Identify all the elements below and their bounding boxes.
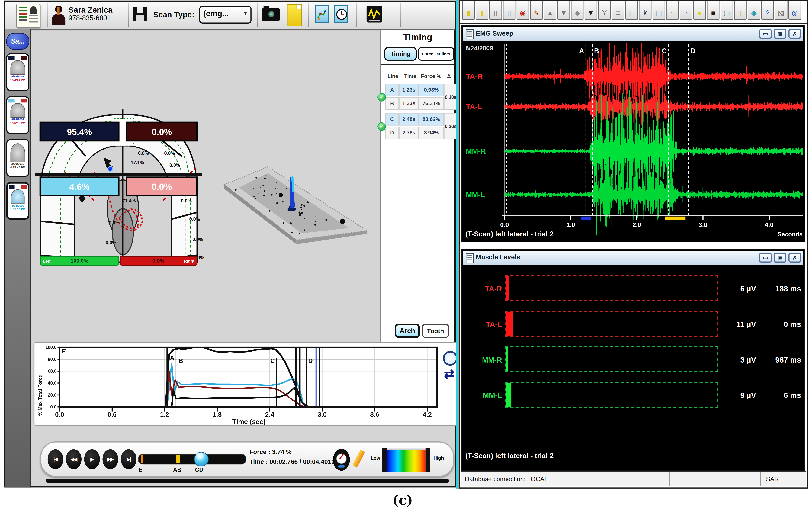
emg-toolbar-button-13[interactable]: ▦ [626, 1, 638, 20]
emg-toolbar-button-19[interactable]: ■ [707, 1, 720, 20]
emg-toolbar-button-6[interactable]: ✎ [530, 1, 543, 20]
emg-toolbar-button-5[interactable]: ◉ [517, 1, 529, 20]
emg-toolbar-button-25[interactable]: ◎ [788, 1, 801, 20]
emg-toolbar-button-1[interactable]: ▮ [462, 1, 475, 20]
chart-icon[interactable] [315, 5, 329, 23]
emg-toolbar-button-15[interactable]: ▤ [652, 1, 665, 20]
svg-text:3.6: 3.6 [370, 411, 379, 418]
emg-sweep-titlebar[interactable]: EMG Sweep ▭ ▣ ✗ [463, 27, 803, 41]
minimize-button[interactable]: ▭ [759, 253, 772, 262]
timing-col-time: Time [404, 73, 416, 79]
tab-force-outliers[interactable]: Force Outliers [418, 47, 454, 61]
force-graph-panel: 0.020.040.060.080.0100.00.00.61.21.82.43… [33, 342, 458, 426]
scan-type-dropdown[interactable]: (emg... ▼ [199, 6, 252, 24]
slider-thumb[interactable] [194, 452, 209, 467]
arch-force-view[interactable]: 95.4%0.0%4.6%0.0%0.8%0.0%17.1%0.0%71.4%0… [32, 105, 205, 267]
pencil-icon[interactable] [352, 450, 365, 467]
emg-toolbar-button-21[interactable]: ▥ [734, 1, 747, 20]
thumb-arch [10, 60, 25, 75]
emg-toolbar-button-22[interactable]: ◈ [748, 1, 760, 20]
timing-row-c[interactable]: C 2.48s 83.62% [385, 113, 444, 125]
scan-thumbnail-1[interactable]: 8/24/2009 1:24:04 PM [6, 53, 29, 91]
check-icon: ✓ [377, 122, 386, 131]
scan-thumbnail-4-selected[interactable]: 8/24/2009 1:55:18 PM [6, 182, 29, 220]
close-button[interactable]: ✗ [788, 253, 801, 262]
maximize-button[interactable]: ▣ [774, 29, 786, 39]
timing-row-a[interactable]: A 1.23s 0.93% [385, 84, 444, 96]
emg-toolbar-button-7[interactable]: ▲ [544, 1, 556, 20]
timeline-slider[interactable] [138, 454, 246, 465]
force-3d-view[interactable] [218, 157, 375, 249]
timing-row-b[interactable]: B 1.33s 76.31% [385, 97, 444, 110]
emg-toolbar-button-3[interactable]: ▯ [489, 1, 502, 20]
skip-end-button[interactable]: ▶| [121, 449, 137, 469]
skip-start-button[interactable]: |◀ [48, 449, 63, 469]
muscle-bar-mm-l [505, 382, 719, 408]
emg-toolbar-button-14[interactable]: k [639, 1, 651, 20]
slider-mark-e [141, 455, 143, 463]
emg-toolbar-button-2[interactable]: ▮ [476, 1, 488, 20]
cell-force: 76.31% [419, 97, 444, 110]
timing-row-d[interactable]: D 2.78s 3.94% [385, 126, 444, 139]
tab-timing[interactable]: Timing [384, 47, 417, 61]
toolbar-separator [400, 3, 401, 27]
emg-toolbar-button-8[interactable]: ▼ [557, 1, 570, 20]
emg-toolbar-button-4[interactable]: ▯ [503, 1, 516, 20]
emg-sweep-plot-area[interactable]: ABCD0.01.02.03.04.08/24/2009TA-RTA-LMM-R… [463, 41, 803, 239]
tab-arch[interactable]: Arch [395, 324, 420, 338]
emg-toolbar-button-9[interactable]: ◆ [571, 1, 584, 20]
svg-text:0.0%: 0.0% [181, 198, 192, 203]
force-graph[interactable]: 0.020.040.060.080.0100.00.00.61.21.82.43… [34, 343, 457, 425]
emg-toolbar-button-16[interactable]: ~ [666, 1, 679, 20]
thumb-arch [10, 143, 25, 162]
legend-high-label: High [433, 456, 444, 461]
tab-tooth[interactable]: Tooth [422, 324, 449, 338]
emg-toolbar-button-12[interactable]: ≡ [612, 1, 624, 20]
emg-toolbar-button-23[interactable]: ? [761, 1, 774, 20]
svg-text:0.0: 0.0 [500, 221, 509, 228]
window-bottom-shadow [46, 479, 449, 483]
note-icon[interactable] [287, 4, 302, 26]
refresh-icon[interactable]: ⇄ [444, 368, 455, 380]
play-button[interactable]: ▶ [84, 449, 100, 469]
emg-toolbar-button-20[interactable]: ▢ [721, 1, 733, 20]
muscle-levels-titlebar[interactable]: Muscle Levels ▭ ▣ ✗ [463, 251, 803, 265]
fast-forward-button[interactable]: ▶▶ [103, 449, 118, 469]
svg-text:3.0: 3.0 [699, 221, 707, 228]
emg-toolbar-button-11[interactable]: Y [598, 1, 611, 20]
svg-text:0.0%: 0.0% [152, 258, 164, 264]
oscilloscope-icon[interactable] [367, 6, 382, 23]
scan-thumbnail-3[interactable]: 2/20/2010 4:25:46 PM [6, 139, 29, 177]
maximize-button[interactable]: ▣ [774, 253, 786, 262]
toolbar-separator [47, 3, 48, 27]
close-button[interactable]: ✗ [788, 29, 801, 39]
timing-panel: Timing Timing Force Outliers Line Time F… [380, 30, 456, 343]
thumb-bars [9, 185, 27, 189]
emg-toolbar-button-18[interactable]: ● [693, 1, 706, 20]
zoom-in-icon[interactable] [443, 351, 458, 366]
clock-icon[interactable] [334, 5, 348, 23]
svg-text:2.4: 2.4 [265, 411, 274, 418]
scan-thumbnail-2[interactable]: 8/24/2009 1:26:15 PM [6, 96, 29, 134]
scan-type-label: Scan Type: [153, 10, 195, 19]
svg-text:0.0: 0.0 [55, 411, 64, 418]
gauge-icon[interactable] [333, 449, 350, 471]
emg-toolbar: ▮▮▯▯◉✎▲▼◆▼Y≡▦k▤~◔●■▢▥◈?▧◎ [460, 1, 807, 24]
svg-text:4.6%: 4.6% [69, 182, 90, 192]
sidebar-patient-tab[interactable]: Sa... [6, 33, 29, 50]
muscle-levels-title: Muscle Levels [476, 254, 520, 261]
svg-text:1.2: 1.2 [160, 411, 169, 418]
muscle-bar-mm-r [505, 346, 719, 373]
emg-toolbar-button-17[interactable]: ◔ [680, 1, 692, 20]
camera-icon[interactable] [262, 8, 280, 22]
patient-card-icon[interactable] [16, 4, 40, 28]
minimize-button[interactable]: ▭ [759, 29, 772, 39]
patient-icon [52, 6, 65, 26]
svg-text:0.6: 0.6 [108, 411, 117, 418]
save-icon[interactable] [133, 7, 147, 22]
rewind-button[interactable]: ◀◀ [66, 449, 82, 469]
emg-toolbar-button-24[interactable]: ▧ [775, 1, 787, 20]
timing-divider [381, 64, 455, 65]
emg-toolbar-button-10[interactable]: ▼ [585, 1, 597, 20]
svg-text:D: D [691, 47, 695, 55]
